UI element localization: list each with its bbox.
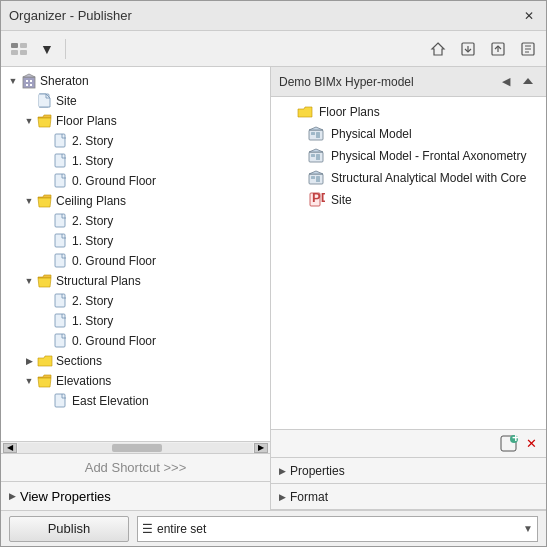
label-2story: 2. Story — [72, 134, 113, 148]
scroll-track[interactable] — [18, 443, 253, 453]
page-icon-str-2story — [53, 293, 69, 309]
page-icon-2story — [53, 133, 69, 149]
right-toolbar: + ✕ — [271, 430, 546, 458]
tree-item-elevations[interactable]: ▼ Elevations — [1, 371, 270, 391]
page-icon-ceil-0ground — [53, 253, 69, 269]
folder-open-icon-cp — [37, 193, 53, 209]
page-icon-str-1story — [53, 313, 69, 329]
label-physical-frontal: Physical Model - Frontal Axonometry — [331, 149, 526, 163]
settings-button[interactable] — [514, 35, 542, 63]
folder-icon-sections — [37, 353, 53, 369]
left-arrow-button[interactable]: ◀ — [496, 72, 516, 92]
label-str-2story: 2. Story — [72, 294, 113, 308]
right-item-physical-model[interactable]: Physical Model — [271, 123, 546, 145]
label-ceil-0ground: 0. Ground Floor — [72, 254, 156, 268]
tree-item-ceil-1story[interactable]: 1. Story — [1, 231, 270, 251]
right-item-structural-analytical[interactable]: Structural Analytical Model with Core — [271, 167, 546, 189]
label-structural-plans: Structural Plans — [56, 274, 141, 288]
home-button[interactable] — [424, 35, 452, 63]
toolbar-sep-1 — [65, 39, 66, 59]
svg-rect-26 — [55, 294, 65, 307]
svg-marker-35 — [309, 149, 323, 152]
right-header-title: Demo BIMx Hyper-model — [279, 75, 414, 89]
publish-button[interactable]: Publish — [9, 516, 129, 542]
tree-item-str-0ground[interactable]: 0. Ground Floor — [1, 331, 270, 351]
dropdown-button[interactable]: ▼ — [33, 35, 61, 63]
view-properties-label: View Properties — [20, 489, 111, 504]
right-item-physical-frontal[interactable]: Physical Model - Frontal Axonometry — [271, 145, 546, 167]
tree-item-2story[interactable]: 2. Story — [1, 131, 270, 151]
tree-item-site[interactable]: Site — [1, 91, 270, 111]
tree-item-sections[interactable]: ▶ Sections — [1, 351, 270, 371]
view-properties-expander: ▶ — [9, 491, 16, 501]
main-area: ▼ Sheraton — [1, 67, 546, 510]
folder-open-icon-elev — [37, 373, 53, 389]
svg-rect-25 — [55, 254, 65, 267]
page-icon-ceil-1story — [53, 233, 69, 249]
svg-rect-40 — [311, 176, 315, 179]
label-str-1story: 1. Story — [72, 314, 113, 328]
tree-item-1story[interactable]: 1. Story — [1, 151, 270, 171]
right-tree[interactable]: Floor Plans Physical Model — [271, 97, 546, 429]
right-item-floor-plans[interactable]: Floor Plans — [271, 101, 546, 123]
page-icon-east-elevation — [53, 393, 69, 409]
add-right-button[interactable]: + — [498, 433, 520, 455]
close-button[interactable]: ✕ — [520, 7, 538, 25]
view-properties-section[interactable]: ▶ View Properties — [1, 482, 270, 510]
svg-rect-23 — [55, 214, 65, 227]
right-header: Demo BIMx Hyper-model ◀ — [271, 67, 546, 97]
svg-rect-0 — [11, 43, 18, 48]
tree-item-0ground[interactable]: 0. Ground Floor — [1, 171, 270, 191]
scroll-left-btn[interactable]: ◀ — [3, 443, 17, 453]
building-icon — [21, 73, 37, 89]
expander-ceiling-plans[interactable]: ▼ — [21, 193, 37, 209]
expander-elevations[interactable]: ▼ — [21, 373, 37, 389]
import-button[interactable] — [454, 35, 482, 63]
add-shortcut-button[interactable]: Add Shortcut >>> — [1, 454, 270, 482]
tree-item-east-elevation[interactable]: East Elevation — [1, 391, 270, 411]
tree-item-ceiling-plans[interactable]: ▼ Ceiling Plans — [1, 191, 270, 211]
tree-item-sheraton[interactable]: ▼ Sheraton — [1, 71, 270, 91]
svg-text:+: + — [512, 435, 518, 445]
window-title: Organizer - Publisher — [9, 8, 132, 23]
expander-floor-plans[interactable]: ▼ — [21, 113, 37, 129]
title-bar: Organizer - Publisher ✕ — [1, 1, 546, 31]
left-hscrollbar[interactable]: ◀ ▶ — [1, 441, 270, 453]
organizer-button[interactable] — [5, 35, 33, 63]
3d-icon-pm — [307, 124, 327, 144]
page-icon-str-0ground — [53, 333, 69, 349]
remove-right-button[interactable]: ✕ — [520, 433, 542, 455]
svg-rect-29 — [55, 394, 65, 407]
tree-item-structural-plans[interactable]: ▼ Structural Plans — [1, 271, 270, 291]
label-ceiling-plans: Ceiling Plans — [56, 194, 126, 208]
expander-sheraton[interactable]: ▼ — [5, 73, 21, 89]
toolbar: ▼ — [1, 31, 546, 67]
right-item-site[interactable]: PDF Site — [271, 189, 546, 211]
tree-item-floor-plans[interactable]: ▼ Floor Plans — [1, 111, 270, 131]
format-section[interactable]: ▶ Format — [271, 484, 546, 510]
svg-rect-41 — [316, 176, 320, 182]
label-1story: 1. Story — [72, 154, 113, 168]
folder-open-icon-fp — [37, 113, 53, 129]
tree-item-str-1story[interactable]: 1. Story — [1, 311, 270, 331]
main-window: Organizer - Publisher ✕ ▼ — [0, 0, 547, 547]
svg-marker-31 — [309, 127, 323, 130]
expander-sections[interactable]: ▶ — [21, 353, 37, 369]
expander-structural-plans[interactable]: ▼ — [21, 273, 37, 289]
tree-item-ceil-2story[interactable]: 2. Story — [1, 211, 270, 231]
svg-rect-17 — [30, 84, 32, 86]
set-label: entire set — [157, 522, 523, 536]
label-structural-analytical: Structural Analytical Model with Core — [331, 171, 526, 185]
export-button[interactable] — [484, 35, 512, 63]
entire-set-select[interactable]: ☰ entire set ▼ — [137, 516, 538, 542]
scroll-right-btn[interactable]: ▶ — [254, 443, 268, 453]
left-bottom: Add Shortcut >>> ▶ View Properties — [1, 453, 270, 510]
tree-item-str-2story[interactable]: 2. Story — [1, 291, 270, 311]
properties-section[interactable]: ▶ Properties — [271, 458, 546, 484]
up-arrow-button[interactable] — [518, 72, 538, 92]
folder-icon-fp-right — [295, 102, 315, 122]
left-tree[interactable]: ▼ Sheraton — [1, 67, 270, 441]
tree-item-ceil-0ground[interactable]: 0. Ground Floor — [1, 251, 270, 271]
svg-marker-39 — [309, 171, 323, 174]
toolbar-right — [424, 35, 542, 63]
